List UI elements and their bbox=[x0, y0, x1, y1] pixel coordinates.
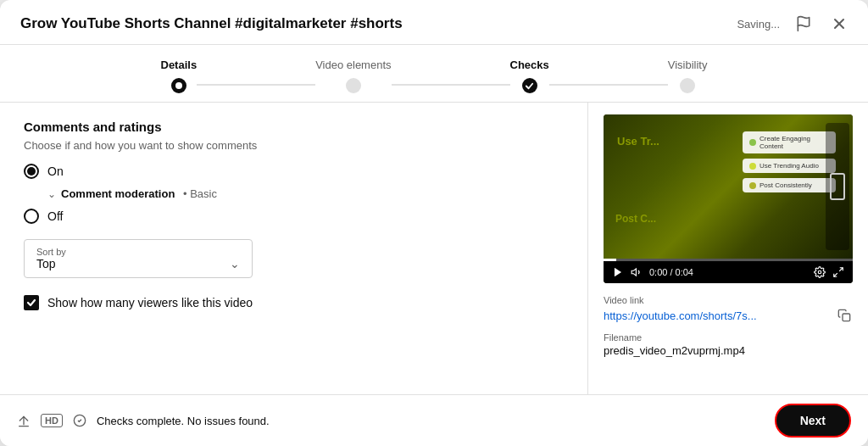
footer-left: HD Checks complete. No issues found. bbox=[17, 414, 270, 427]
chevron-down-icon: ⌄ bbox=[47, 188, 56, 200]
filename-label: Filename bbox=[604, 332, 853, 343]
video-link-section: Video link https://youtube.com/shorts/7s… bbox=[604, 295, 853, 324]
filename-section: Filename predis_video_m2vuprmj.mp4 bbox=[604, 332, 853, 357]
step-video-elements-label: Video elements bbox=[315, 59, 391, 71]
svg-marker-3 bbox=[615, 268, 621, 277]
close-button[interactable] bbox=[827, 12, 851, 36]
radio-off-circle bbox=[24, 209, 39, 224]
moderation-sub-label: • Basic bbox=[180, 187, 217, 200]
step-visibility[interactable]: Visibility bbox=[668, 59, 708, 93]
steps-bar: Details Video elements Checks Visibility bbox=[0, 45, 868, 103]
show-viewers-label: Show how many viewers like this video bbox=[47, 296, 253, 309]
svg-rect-8 bbox=[843, 314, 850, 321]
filename-value: predis_video_m2vuprmj.mp4 bbox=[604, 344, 853, 357]
step-connector-1 bbox=[197, 84, 315, 86]
sort-value: Top bbox=[36, 257, 56, 270]
upload-icon bbox=[17, 414, 31, 427]
video-thumbnail: Use Tr... Post C... Create Engaging Cont… bbox=[604, 114, 853, 259]
comments-section-title: Comments and ratings bbox=[24, 120, 564, 134]
step-checks[interactable]: Checks bbox=[510, 59, 549, 93]
step-details-indicator bbox=[171, 78, 186, 93]
dialog-title: Grow YouTube Shorts Channel #digitalmark… bbox=[20, 15, 403, 32]
video-link-label: Video link bbox=[604, 295, 853, 305]
thumb-cards: Create Engaging Content Use Trending Aud… bbox=[743, 131, 836, 192]
check-circle-icon bbox=[73, 414, 86, 427]
hd-badge: HD bbox=[41, 414, 63, 427]
header-actions: Saving... bbox=[737, 12, 851, 36]
header: Grow YouTube Shorts Channel #digitalmark… bbox=[0, 0, 868, 45]
left-panel: Comments and ratings Choose if and how y… bbox=[0, 103, 588, 394]
comments-section-desc: Choose if and how you want to show comme… bbox=[24, 139, 564, 152]
step-visibility-label: Visibility bbox=[668, 59, 708, 71]
fullscreen-button[interactable] bbox=[832, 266, 844, 278]
time-display: 0:00 / 0:04 bbox=[649, 267, 807, 277]
step-video-elements[interactable]: Video elements bbox=[315, 59, 391, 93]
video-preview: Use Tr... Post C... Create Engaging Cont… bbox=[604, 114, 853, 283]
link-row: https://youtube.com/shorts/7s... bbox=[604, 307, 853, 324]
play-button[interactable] bbox=[612, 266, 624, 278]
sort-dropdown[interactable]: Sort by Top ⌄ bbox=[24, 239, 253, 278]
copy-link-button[interactable] bbox=[836, 307, 853, 324]
video-controls: 0:00 / 0:04 bbox=[604, 261, 853, 283]
show-viewers-checkbox[interactable] bbox=[24, 295, 39, 310]
svg-line-7 bbox=[834, 273, 837, 276]
next-button[interactable]: Next bbox=[775, 404, 851, 438]
dialog: Grow YouTube Shorts Channel #digitalmark… bbox=[0, 0, 868, 446]
step-connector-2 bbox=[392, 84, 510, 86]
footer-status: Checks complete. No issues found. bbox=[97, 415, 270, 427]
step-visibility-indicator bbox=[680, 78, 695, 93]
svg-point-5 bbox=[818, 270, 821, 274]
step-connector-3 bbox=[549, 84, 668, 86]
step-video-elements-indicator bbox=[346, 78, 361, 93]
show-viewers-row[interactable]: Show how many viewers like this video bbox=[24, 295, 564, 310]
thumb-card-3: Post Consistently bbox=[743, 178, 836, 192]
saving-status: Saving... bbox=[737, 18, 780, 31]
radio-on-circle bbox=[24, 164, 39, 179]
chevron-down-icon: ⌄ bbox=[230, 257, 240, 270]
svg-line-6 bbox=[839, 268, 843, 271]
right-panel: Use Tr... Post C... Create Engaging Cont… bbox=[588, 103, 868, 394]
comment-moderation-row[interactable]: ⌄ Comment moderation • Basic bbox=[47, 187, 564, 200]
main-content: Comments and ratings Choose if and how y… bbox=[0, 103, 868, 394]
radio-off[interactable]: Off bbox=[24, 209, 564, 224]
footer: HD Checks complete. No issues found. Nex… bbox=[0, 394, 868, 446]
thumb-card-1: Create Engaging Content bbox=[743, 131, 836, 153]
volume-button[interactable] bbox=[631, 266, 643, 278]
radio-on-label: On bbox=[47, 164, 64, 178]
thumb-card-2: Use Trending Audio bbox=[743, 159, 836, 173]
settings-button[interactable] bbox=[814, 266, 826, 278]
sort-value-row: Top ⌄ bbox=[36, 257, 240, 270]
sort-label: Sort by bbox=[36, 247, 240, 257]
step-checks-label: Checks bbox=[510, 59, 549, 71]
svg-marker-4 bbox=[632, 269, 636, 276]
step-details-label: Details bbox=[161, 59, 198, 71]
radio-on[interactable]: On bbox=[24, 164, 564, 179]
comments-radio-group: On ⌄ Comment moderation • Basic Off bbox=[24, 164, 564, 224]
video-link-url[interactable]: https://youtube.com/shorts/7s... bbox=[604, 309, 831, 322]
radio-off-label: Off bbox=[47, 209, 63, 223]
moderation-label: Comment moderation bbox=[61, 187, 175, 200]
step-details[interactable]: Details bbox=[161, 59, 198, 93]
flag-button[interactable] bbox=[792, 12, 815, 36]
step-checks-indicator bbox=[522, 78, 537, 93]
